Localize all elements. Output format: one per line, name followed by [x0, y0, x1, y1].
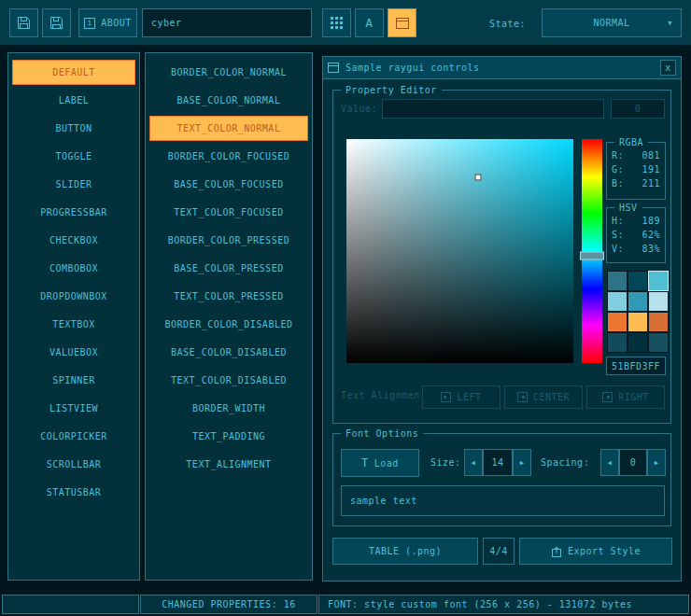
window-palette-icon — [396, 18, 409, 29]
window-titlebar[interactable]: Sample raygui controls x — [323, 57, 681, 79]
style-color-swatch[interactable] — [628, 271, 648, 291]
hue-slider-handle[interactable] — [580, 251, 604, 259]
load-style-button[interactable] — [9, 8, 38, 37]
spacing-decrease-button[interactable]: ◀ — [600, 449, 619, 476]
spacing-value-box[interactable]: 0 — [619, 449, 647, 476]
property-item-text_color_disabled[interactable]: TEXT_COLOR_DISABLED — [149, 368, 308, 393]
style-color-swatch[interactable] — [628, 332, 648, 353]
property-value-count-text: 0 — [635, 104, 642, 114]
changed-properties-text: CHANGED PROPERTIES: 16 — [162, 599, 295, 609]
control-item-button[interactable]: BUTTON — [12, 116, 135, 141]
style-color-swatch[interactable] — [628, 312, 648, 332]
property-item-border_color_pressed[interactable]: BORDER_COLOR_PRESSED — [149, 228, 308, 253]
align-right-label: RIGHT — [618, 392, 649, 402]
about-label: ABOUT — [101, 18, 132, 28]
control-item-colorpicker[interactable]: COLORPICKER — [12, 424, 135, 449]
hsv-value-row: V:83% — [607, 242, 665, 256]
property-item-text_alignment[interactable]: TEXT_ALIGNMENT — [149, 452, 308, 477]
text-alignment-label: Text Alignment: — [341, 390, 421, 400]
rgba-green-row: G:191 — [607, 162, 665, 176]
style-color-swatch[interactable] — [648, 291, 669, 312]
control-item-textbox[interactable]: TEXTBOX — [12, 312, 135, 337]
property-item-base_color_disabled[interactable]: BASE_COLOR_DISABLED — [149, 340, 308, 365]
control-item-spinner[interactable]: SPINNER — [12, 368, 135, 393]
load-style-icon — [17, 16, 31, 30]
export-style-button[interactable]: Export Style — [519, 538, 672, 565]
load-font-button[interactable]: T Load — [341, 449, 419, 477]
style-color-swatch[interactable] — [607, 271, 628, 291]
hsv-title: HSV — [614, 202, 642, 214]
style-name-input[interactable]: cyber — [142, 8, 312, 37]
size-value: 14 — [491, 457, 503, 468]
align-left-button[interactable]: LEFT — [422, 385, 501, 409]
window-icon — [328, 63, 339, 73]
style-color-swatch[interactable] — [648, 312, 669, 332]
property-item-text_color_focused[interactable]: TEXT_COLOR_FOCUSED — [149, 200, 308, 225]
control-item-dropdownbox[interactable]: DROPDOWNBOX — [12, 284, 135, 309]
rguistyler-app: i ABOUT cyber A State: — [0, 0, 691, 616]
spacing-increase-button[interactable]: ▶ — [647, 449, 666, 476]
info-icon: i — [84, 18, 95, 29]
state-dropdown[interactable]: NORMAL ▼ — [542, 8, 682, 37]
property-item-text_color_normal[interactable]: TEXT_COLOR_NORMAL — [149, 116, 308, 141]
style-color-swatch[interactable] — [607, 312, 628, 332]
control-item-valuebox[interactable]: VALUEBOX — [12, 340, 135, 365]
align-right-button[interactable]: RIGHT — [586, 385, 665, 409]
property-item-base_color_normal[interactable]: BASE_COLOR_NORMAL — [149, 88, 308, 113]
size-decrease-button[interactable]: ◀ — [464, 449, 483, 476]
hsv-hue-row: H:189 — [607, 214, 665, 228]
toolbar: i ABOUT cyber A State: — [0, 0, 691, 46]
property-item-border_color_disabled[interactable]: BORDER_COLOR_DISABLED — [149, 312, 308, 337]
align-center-button[interactable]: CENTER — [504, 385, 583, 409]
rgba-group: RGBA R:081 G:191 B:211 — [606, 142, 666, 200]
style-color-swatch[interactable] — [648, 271, 669, 291]
arrow-right-icon: ▶ — [520, 459, 525, 467]
property-item-border_color_normal[interactable]: BORDER_COLOR_NORMAL — [149, 60, 308, 85]
export-icon — [551, 546, 562, 557]
control-item-combobox[interactable]: COMBOBOX — [12, 256, 135, 281]
property-item-base_color_pressed[interactable]: BASE_COLOR_PRESSED — [149, 256, 308, 281]
style-color-swatch[interactable] — [628, 291, 648, 312]
hex-color-value: 51BFD3FF — [612, 361, 660, 371]
control-item-statusbar[interactable]: STATUSBAR — [12, 480, 135, 505]
table-page-count: 4/4 — [489, 546, 508, 556]
control-item-toggle[interactable]: TOGGLE — [12, 144, 135, 169]
align-right-icon — [602, 392, 613, 402]
size-value-box[interactable]: 14 — [483, 449, 513, 476]
save-style-button[interactable] — [42, 8, 71, 37]
control-item-listview[interactable]: LISTVIEW — [12, 396, 135, 421]
chevron-down-icon: ▼ — [668, 20, 672, 27]
property-value-input[interactable] — [382, 99, 604, 119]
style-color-swatch[interactable] — [648, 332, 669, 353]
palette-view-button[interactable] — [388, 8, 416, 37]
style-color-swatch[interactable] — [607, 332, 628, 353]
size-increase-button[interactable]: ▶ — [513, 449, 531, 476]
property-item-base_color_focused[interactable]: BASE_COLOR_FOCUSED — [149, 172, 308, 197]
spacing-value: 0 — [630, 457, 637, 468]
style-color-swatch[interactable] — [607, 291, 628, 312]
property-value-counter[interactable]: 0 — [611, 99, 665, 119]
color-picker-cursor[interactable] — [474, 174, 481, 180]
style-table-button[interactable] — [322, 8, 351, 37]
control-item-slider[interactable]: SLIDER — [12, 172, 135, 197]
hue-bar[interactable] — [582, 139, 602, 363]
control-item-checkbox[interactable]: CHECKBOX — [12, 228, 135, 253]
property-item-text_color_pressed[interactable]: TEXT_COLOR_PRESSED — [149, 284, 308, 309]
control-item-scrollbar[interactable]: SCROLLBAR — [12, 452, 135, 477]
statusbar-changed-properties: CHANGED PROPERTIES: 16 — [140, 595, 317, 614]
font-view-button[interactable]: A — [355, 8, 384, 37]
save-style-icon — [49, 16, 63, 30]
property-item-border_color_focused[interactable]: BORDER_COLOR_FOCUSED — [149, 144, 308, 169]
property-item-text_padding[interactable]: TEXT_PADDING — [149, 424, 308, 449]
table-png-button[interactable]: TABLE (.png) — [332, 538, 478, 565]
control-item-label[interactable]: LABEL — [12, 88, 135, 113]
color-picker-panel[interactable] — [346, 139, 573, 363]
control-item-progressbar[interactable]: PROGRESSBAR — [12, 200, 135, 225]
export-style-label: Export Style — [568, 546, 641, 556]
property-item-border_width[interactable]: BORDER_WIDTH — [149, 396, 308, 421]
sample-text-input[interactable]: sample text — [341, 485, 665, 516]
hex-color-input[interactable]: 51BFD3FF — [606, 357, 666, 375]
about-button[interactable]: i ABOUT — [78, 8, 137, 37]
control-item-default[interactable]: DEFAULT — [12, 60, 135, 85]
close-button[interactable]: x — [660, 60, 676, 76]
